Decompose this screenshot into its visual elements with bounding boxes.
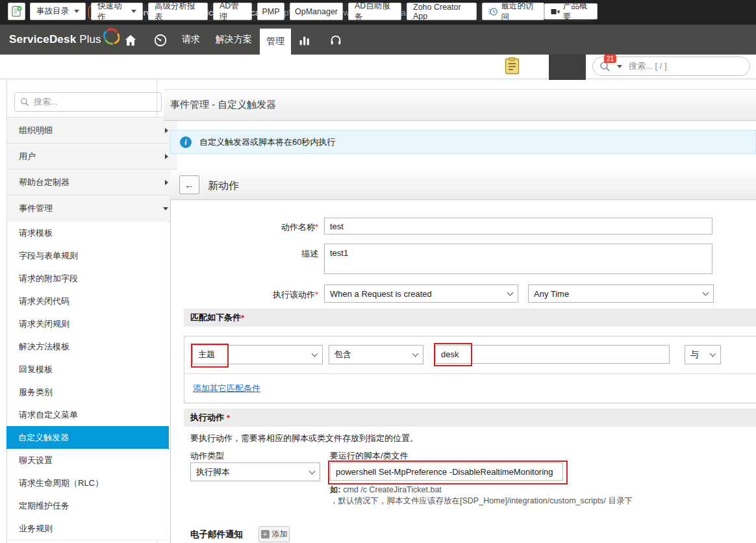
page: https://servicedesk.gigantichosting.loca… <box>0 0 756 543</box>
nav-admin-active-tab[interactable]: 管理 <box>260 29 291 55</box>
new-item-button[interactable] <box>8 3 25 20</box>
script-hint-line2: ，默认情况下，脚本文件应该存放在[SDP_Home]/integration/c… <box>330 496 633 507</box>
info-icon: i <box>180 136 192 148</box>
product-overview-button[interactable]: 产品概要 <box>544 3 598 19</box>
condition-operator-select[interactable]: 包含 <box>329 345 423 364</box>
sidebar-item-resolution-templates[interactable]: 解决方法模板 <box>7 335 168 359</box>
required-mark: * <box>241 313 244 323</box>
nav-requests[interactable]: 请求 <box>182 25 200 55</box>
reports-chart-icon[interactable] <box>297 33 312 47</box>
group-label: 组织明细 <box>19 125 53 136</box>
dashboard-gauge-icon[interactable] <box>153 33 168 47</box>
sidebar-item-field-form-rules[interactable]: 字段与表单规则 <box>7 244 168 268</box>
execute-time-select[interactable]: Any Time <box>528 284 714 303</box>
sidebar-group-incident-mgmt[interactable]: 事件管理 <box>7 195 177 222</box>
hint-example: cmd /c CreateJiraTicket.bat <box>343 485 442 494</box>
group-label: 事件管理 <box>19 203 53 214</box>
condition-logic-value: 与 <box>690 349 699 360</box>
action-type-label: 动作类型 <box>190 450 224 462</box>
condition-field-value: 主题 <box>198 349 215 360</box>
condition-field-select[interactable]: 主题 <box>192 345 323 364</box>
home-icon[interactable] <box>123 33 138 47</box>
app-logo: ServiceDesk Plus <box>9 25 120 55</box>
select-chevron-icon <box>309 468 316 474</box>
action-note: 要执行动作，需要将相应的脚本或类文件存放到指定的位置。 <box>190 433 418 444</box>
sidebar-item-request-closing-codes[interactable]: 请求关闭代码 <box>7 290 168 313</box>
add-email-button[interactable]: + 添加 <box>258 526 290 542</box>
email-notify-label: 电子邮件通知 <box>190 529 243 540</box>
sidebar-item-request-custom-menu[interactable]: 请求自定义菜单 <box>7 403 168 427</box>
info-banner-text: 自定义触发器或脚本将在60秒内执行 <box>199 136 335 148</box>
execute-time-value: Any Time <box>534 289 569 299</box>
recent-visits-label: 最近的访问 <box>501 1 538 23</box>
caret-down-icon <box>131 10 136 13</box>
toolbar-button-reports[interactable]: 高级分析报表 <box>148 3 208 20</box>
select-chevron-icon <box>710 351 716 357</box>
brand-swirl-icon <box>103 27 120 47</box>
chevron-right-icon <box>165 128 168 133</box>
incident-catalog-dropdown[interactable]: 事故目录 <box>30 3 86 20</box>
script-input[interactable] <box>330 462 563 481</box>
toolbar-button-adselfservice[interactable]: AD自助服务 <box>348 3 401 20</box>
back-button[interactable]: ← <box>179 175 199 194</box>
incident-catalog-label: 事故目录 <box>36 6 69 17</box>
recent-visits-button[interactable]: 最近的访问 <box>482 3 544 20</box>
nav-solutions[interactable]: 解决方案 <box>216 25 252 55</box>
dark-overlay-block <box>549 55 586 80</box>
quick-actions-dropdown[interactable]: 快速动作 <box>91 3 143 20</box>
sidebar-item-request-addl-fields[interactable]: 请求的附加字段 <box>7 267 168 290</box>
history-clock-icon <box>488 6 498 17</box>
required-mark: * <box>315 290 318 299</box>
product-overview-label: 产品概要 <box>563 1 591 23</box>
sidebar-item-reply-templates[interactable]: 回复模板 <box>7 358 168 381</box>
condition-logic-select[interactable]: 与 <box>685 345 721 364</box>
execute-when-value: When a Request is created <box>330 289 432 299</box>
required-mark: * <box>227 413 230 423</box>
sidebar-item-chat-settings[interactable]: 聊天设置 <box>7 449 168 472</box>
group-label: 用户 <box>19 151 36 162</box>
add-button-label: 添加 <box>272 529 288 540</box>
sidebar-group-helpdesk[interactable]: 帮助台定制器 <box>7 169 177 196</box>
execute-when-label: 执行该动作* <box>188 289 318 301</box>
sidebar-item-custom-triggers-selected[interactable]: 自定义触发器 <box>6 426 169 449</box>
panel-header <box>170 170 756 200</box>
select-chevron-icon <box>507 290 514 296</box>
support-headset-icon[interactable] <box>329 33 343 47</box>
select-chevron-icon <box>412 351 419 357</box>
page-title-bar: 事件管理 - 自定义触发器 <box>164 89 756 121</box>
action-name-input[interactable] <box>324 218 712 234</box>
condition-value-input[interactable] <box>435 345 670 364</box>
plus-icon: + <box>261 530 270 538</box>
description-textarea[interactable]: test1 <box>324 244 712 274</box>
condition-operator-value: 包含 <box>334 349 351 360</box>
action-type-select[interactable]: 执行脚本 <box>190 462 320 481</box>
toolbar-button-opmanager[interactable]: OpManager <box>290 3 343 20</box>
new-document-icon <box>12 6 22 18</box>
clipboard-icon <box>505 57 520 75</box>
sidebar-group-organization[interactable]: 组织明细 <box>7 117 177 144</box>
hint-prefix: 如: <box>330 485 341 494</box>
sidebar-item-business-rules[interactable]: 业务规则 <box>7 517 168 540</box>
brand-name: ServiceDesk <box>9 33 76 46</box>
sidebar-search-box[interactable]: 搜索... <box>14 92 162 112</box>
condition-divider <box>184 373 756 374</box>
group-label: 帮助台定制器 <box>19 177 69 188</box>
sidebar-item-request-lifecycle[interactable]: 请求生命周期（RLC） <box>7 472 168 495</box>
brand-suffix: Plus <box>79 33 101 46</box>
page-title: 事件管理 - 自定义触发器 <box>170 99 276 111</box>
tasks-clipboard-button[interactable] <box>505 57 520 77</box>
toolbar-button-ad[interactable]: AD管理 <box>213 3 252 20</box>
select-chevron-icon <box>312 351 318 357</box>
sidebar-item-maintenance-tasks[interactable]: 定期维护任务 <box>7 494 168 518</box>
search-scope-caret-icon[interactable] <box>617 65 622 68</box>
script-file-label: 要运行的脚本/类文件 <box>330 450 409 462</box>
toolbar-button-zoho-creator[interactable]: Zoho Creator App <box>407 3 477 20</box>
toolbar-button-pmp[interactable]: PMP <box>257 3 284 20</box>
sidebar-item-request-closing-rules[interactable]: 请求关闭规则 <box>7 312 168 336</box>
sidebar-item-service-categories[interactable]: 服务类别 <box>7 381 168 404</box>
execute-when-select[interactable]: When a Request is created <box>324 284 518 303</box>
add-condition-link[interactable]: 添加其它匹配条件 <box>193 383 260 394</box>
sidebar-item-request-templates[interactable]: 请求模板 <box>7 221 168 245</box>
search-placeholder[interactable]: 搜索... [ / ] <box>629 60 667 72</box>
sidebar-group-users[interactable]: 用户 <box>7 143 177 170</box>
